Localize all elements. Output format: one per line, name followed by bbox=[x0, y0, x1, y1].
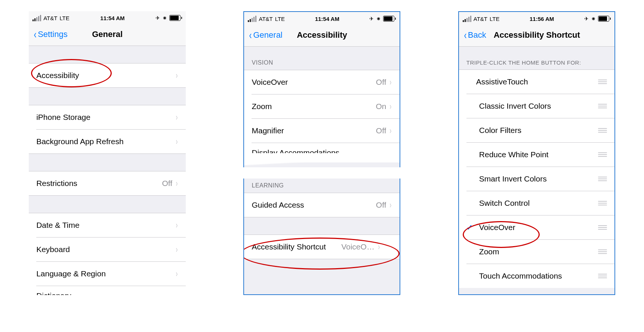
row-label: Background App Refresh bbox=[36, 137, 175, 146]
battery-icon bbox=[169, 15, 182, 21]
row-value: On bbox=[376, 102, 386, 111]
battery-icon bbox=[598, 16, 611, 22]
row-accessibility[interactable]: Accessibility › bbox=[29, 63, 186, 87]
shortcut-row[interactable]: AssistiveTouch bbox=[459, 70, 614, 94]
chevron-right-icon: › bbox=[176, 269, 178, 279]
row-label: Reduce White Point bbox=[479, 150, 594, 159]
section-header-tripleclick: TRIPLE-CLICK THE HOME BUTTON FOR: bbox=[459, 47, 614, 69]
cell-group: Accessibility › bbox=[29, 63, 186, 88]
row-label: VoiceOver bbox=[252, 78, 376, 87]
row-accessibility-shortcut[interactable]: Accessibility Shortcut VoiceO… › bbox=[244, 235, 400, 259]
shortcut-row[interactable]: Zoom bbox=[466, 239, 614, 264]
row-voiceover[interactable]: VoiceOver Off › bbox=[244, 70, 400, 94]
row-label: Touch Accommodations bbox=[479, 272, 594, 280]
chevron-left-icon: ‹ bbox=[464, 32, 466, 38]
drag-handle-icon[interactable] bbox=[598, 152, 607, 157]
clock-label: 11:54 AM bbox=[315, 16, 339, 22]
row-label: AssistiveTouch bbox=[476, 77, 594, 86]
location-icon: ✈ bbox=[369, 16, 374, 22]
back-label: General bbox=[253, 30, 282, 40]
row-iphone-storage[interactable]: iPhone Storage › bbox=[29, 105, 186, 129]
row-label: Smart Invert Colors bbox=[479, 174, 594, 183]
chevron-right-icon: › bbox=[378, 242, 380, 252]
row-label: Language & Region bbox=[36, 269, 175, 278]
chevron-right-icon: › bbox=[176, 244, 178, 255]
drag-handle-icon[interactable] bbox=[598, 201, 607, 205]
row-language-region[interactable]: Language & Region › bbox=[36, 261, 186, 286]
row-display-accommodations[interactable]: Display Accommodations bbox=[252, 143, 400, 162]
row-label: Keyboard bbox=[36, 245, 175, 254]
nav-bar: ‹ Back Accessibility Shortcut bbox=[459, 24, 614, 47]
checkmark-icon: ✓ bbox=[466, 223, 476, 232]
row-label: Display Accommodations bbox=[252, 148, 356, 157]
shortcut-row[interactable]: Smart Invert Colors bbox=[466, 167, 614, 191]
status-bar: AT&T LTE 11:54 AM ✈ ⁕ bbox=[244, 12, 400, 24]
drag-handle-icon[interactable] bbox=[598, 104, 607, 108]
row-label: Date & Time bbox=[36, 221, 175, 230]
chevron-right-icon: › bbox=[390, 77, 392, 87]
shortcut-row[interactable]: Classic Invert Colors bbox=[466, 94, 614, 118]
bluetooth-icon: ⁕ bbox=[376, 15, 381, 22]
chevron-right-icon: › bbox=[390, 125, 392, 136]
chevron-left-icon: ‹ bbox=[34, 31, 37, 38]
bluetooth-icon: ⁕ bbox=[162, 15, 167, 22]
row-value: VoiceO… bbox=[330, 242, 375, 251]
signal-icon bbox=[463, 16, 471, 22]
status-bar: AT&T LTE 11:54 AM ✈ ⁕ bbox=[29, 11, 186, 23]
shortcut-row[interactable]: Color Filters bbox=[466, 118, 614, 142]
battery-icon bbox=[383, 16, 396, 22]
row-label: Magnifier bbox=[252, 126, 376, 135]
carrier-label: AT&T bbox=[43, 15, 57, 21]
section-header-learning: LEARNING bbox=[244, 179, 400, 193]
signal-icon bbox=[248, 16, 256, 22]
section-header-vision: VISION bbox=[244, 47, 400, 70]
row-keyboard[interactable]: Keyboard › bbox=[36, 237, 186, 261]
row-zoom[interactable]: Zoom On › bbox=[252, 94, 400, 118]
row-label: iPhone Storage bbox=[36, 113, 175, 122]
back-button[interactable]: ‹ Back bbox=[463, 30, 486, 40]
network-label: LTE bbox=[59, 15, 69, 21]
drag-handle-icon[interactable] bbox=[598, 225, 607, 230]
row-label: Color Filters bbox=[479, 126, 594, 135]
row-restrictions[interactable]: Restrictions Off › bbox=[29, 171, 186, 195]
row-label: Guided Access bbox=[252, 201, 376, 210]
signal-icon bbox=[33, 15, 41, 21]
chevron-right-icon: › bbox=[176, 136, 178, 147]
drag-handle-icon[interactable] bbox=[598, 80, 607, 84]
row-label: Zoom bbox=[252, 102, 376, 111]
chevron-right-icon: › bbox=[390, 101, 392, 112]
screenshot-general: AT&T LTE 11:54 AM ✈ ⁕ ‹ Settings General… bbox=[29, 11, 186, 295]
row-label: VoiceOver bbox=[479, 223, 594, 232]
row-dictionary[interactable]: Dictionary bbox=[36, 286, 186, 295]
row-magnifier[interactable]: Magnifier Off › bbox=[252, 118, 400, 143]
drag-handle-icon[interactable] bbox=[598, 274, 607, 278]
row-label: Switch Control bbox=[479, 199, 594, 208]
location-icon: ✈ bbox=[155, 15, 160, 21]
shortcut-row[interactable]: Switch Control bbox=[466, 191, 614, 215]
shortcut-row[interactable]: Reduce White Point bbox=[466, 142, 614, 167]
shortcut-row[interactable]: ✓VoiceOver bbox=[466, 215, 614, 239]
row-value: Off bbox=[376, 126, 386, 135]
row-value: Off bbox=[162, 179, 173, 188]
chevron-right-icon: › bbox=[176, 112, 178, 122]
nav-bar: ‹ Settings General bbox=[29, 23, 186, 46]
status-bar: AT&T LTE 11:56 AM ✈ ⁕ bbox=[459, 12, 614, 24]
row-date-time[interactable]: Date & Time › bbox=[29, 213, 186, 237]
row-guided-access[interactable]: Guided Access Off › bbox=[244, 193, 400, 217]
row-label: Zoom bbox=[479, 247, 594, 256]
drag-handle-icon[interactable] bbox=[598, 177, 607, 181]
carrier-label: AT&T bbox=[474, 16, 487, 22]
shortcut-list: AssistiveTouchClassic Invert ColorsColor… bbox=[459, 69, 614, 288]
chevron-right-icon: › bbox=[390, 200, 392, 210]
row-label: Accessibility Shortcut bbox=[252, 242, 326, 251]
row-label: Restrictions bbox=[36, 179, 162, 188]
row-label: Accessibility bbox=[36, 71, 175, 80]
drag-handle-icon[interactable] bbox=[598, 128, 607, 133]
shortcut-row[interactable]: Touch Accommodations bbox=[466, 264, 614, 288]
row-label: Dictionary bbox=[36, 291, 178, 295]
back-button[interactable]: ‹ Settings bbox=[33, 30, 68, 39]
back-button[interactable]: ‹ General bbox=[249, 30, 282, 40]
row-background-refresh[interactable]: Background App Refresh › bbox=[36, 129, 186, 153]
drag-handle-icon[interactable] bbox=[598, 249, 607, 254]
screenshot-shortcut: AT&T LTE 11:56 AM ✈ ⁕ ‹ Back Accessibili… bbox=[458, 11, 615, 295]
